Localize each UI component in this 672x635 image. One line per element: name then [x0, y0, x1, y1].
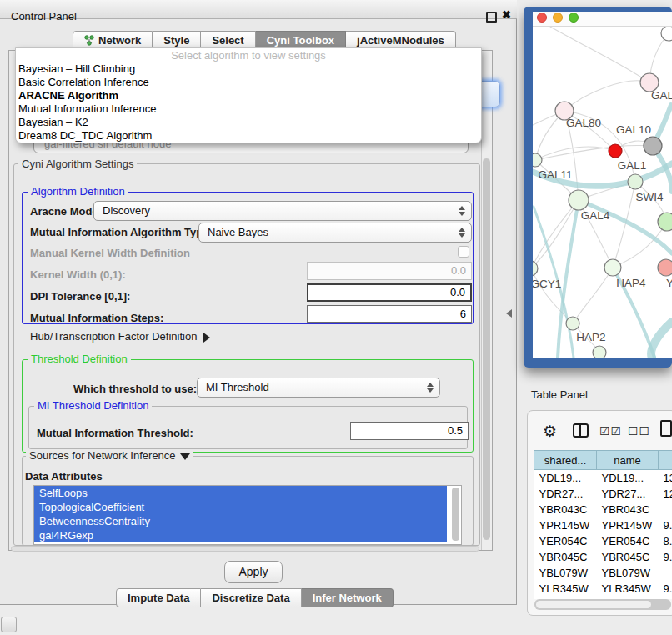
algorithm-option[interactable]: Bayesian – K2: [16, 116, 481, 129]
table-row[interactable]: YLR345WYLR345W9.: [534, 581, 672, 597]
tab-label: Cyni Toolbox: [267, 34, 334, 47]
network-graph: GALGAL80GAL10GAL11GAL1SWI4GAL4GCY1HAP4YH…: [533, 27, 672, 358]
kernel-width-field[interactable]: 0.0: [307, 262, 472, 280]
columns-icon[interactable]: [573, 423, 589, 438]
manual-kernel-checkbox[interactable]: [458, 246, 469, 258]
table-row[interactable]: YBR045CYBR045C9.: [534, 549, 672, 565]
network-node[interactable]: [533, 153, 542, 167]
network-node[interactable]: [533, 261, 538, 276]
network-node[interactable]: [569, 190, 589, 210]
sources-toggle[interactable]: Sources for Network Inference: [26, 450, 193, 461]
network-node[interactable]: [658, 212, 672, 231]
table-horizontal-scrollbar[interactable]: [534, 599, 671, 610]
table-cell: YDR27...: [534, 486, 597, 502]
kernel-width-label: Kernel Width (0,1):: [30, 268, 126, 281]
gear-icon[interactable]: ⚙: [543, 422, 557, 440]
page-icon[interactable]: [660, 420, 672, 437]
bottom-tab-discretize-data[interactable]: Discretize Data: [201, 588, 301, 608]
horizontal-scrollbar[interactable]: [11, 546, 479, 552]
table-cell: YDL19...: [597, 470, 659, 487]
node-label: GAL4: [581, 209, 610, 222]
node-label: GAL80: [566, 117, 601, 129]
column-header[interactable]: shared...: [534, 451, 597, 470]
which-threshold-label: Which threshold to use:: [73, 382, 197, 395]
aracne-mode-value: Discovery: [103, 204, 150, 217]
data-attributes-list[interactable]: SelfLoopsTopologicalCoefficientBetweenne…: [33, 485, 462, 545]
network-tab-icon: [84, 35, 94, 46]
column-header[interactable]: name: [597, 451, 659, 470]
network-node[interactable]: [609, 144, 622, 158]
bottom-tab-bar: Impute DataDiscretize DataInfer Network: [116, 588, 394, 608]
table-cell: 9.: [659, 518, 672, 533]
screenshot-root: Control Panel ✖ NetworkStyleSelectCyni T…: [0, 0, 672, 635]
network-canvas[interactable]: GALGAL80GAL10GAL11GAL1SWI4GAL4GCY1HAP4YH…: [533, 27, 672, 358]
table-cell: YBL079W: [534, 565, 597, 581]
which-threshold-value: MI Threshold: [206, 381, 269, 393]
network-node[interactable]: [658, 259, 672, 276]
table-cell: 13: [659, 470, 672, 487]
minimize-traffic-light-icon[interactable]: [553, 12, 563, 22]
table-cell: [659, 565, 672, 581]
table-row[interactable]: YPR145WYPR145W9.: [534, 518, 672, 533]
split-pane-collapse-arrow[interactable]: [506, 309, 512, 318]
table-scrollbar-thumb[interactable]: [536, 601, 651, 608]
bottom-tab-impute-data[interactable]: Impute Data: [116, 588, 201, 608]
network-node[interactable]: [628, 174, 643, 189]
aracne-mode-label: Aracne Mode:: [30, 205, 102, 218]
table-row[interactable]: YER054CYER054C8.: [534, 533, 672, 549]
network-node[interactable]: [566, 317, 579, 330]
network-node[interactable]: [593, 346, 606, 358]
zoom-traffic-light-icon[interactable]: [569, 12, 579, 22]
network-node[interactable]: [604, 259, 621, 276]
sources-title-label: Sources for Network Inference: [29, 449, 176, 462]
attribute-item[interactable]: BetweennessCentrality: [34, 514, 447, 528]
algorithm-option[interactable]: Dream8 DC_TDC Algorithm: [16, 129, 481, 142]
collapsed-panel-button[interactable]: [1, 617, 17, 632]
combo-arrows-icon: [459, 228, 464, 238]
attribute-item[interactable]: TopologicalCoefficient: [34, 500, 447, 514]
table-cell: 8.: [659, 533, 672, 549]
dpi-tolerance-field[interactable]: 0.0: [307, 283, 472, 302]
mi-threshold-field[interactable]: 0.5: [350, 422, 469, 440]
list-scrollbar-thumb[interactable]: [452, 488, 459, 541]
attribute-item[interactable]: SelfLoops: [34, 486, 447, 500]
vertical-scrollbar-thumb[interactable]: [483, 158, 490, 540]
table-cell: YER054C: [597, 533, 659, 549]
algorithm-option[interactable]: ARACNE Algorithm: [16, 89, 481, 102]
combo-arrows-icon: [459, 206, 464, 216]
hub-definition-toggle[interactable]: Hub/Transcription Factor Definition: [30, 330, 210, 342]
tab-label: Style: [163, 34, 189, 47]
node-table[interactable]: shared...nameYDL19...YDL19...13YDR27...Y…: [534, 450, 672, 599]
table-cell: YBR045C: [534, 549, 597, 565]
mi-steps-field[interactable]: 6: [307, 305, 472, 322]
table-cell: YBR043C: [534, 502, 597, 518]
select-all-icon[interactable]: ☑☑: [599, 424, 622, 438]
mi-threshold-title: MI Threshold Definition: [34, 400, 152, 411]
table-row[interactable]: YBR043CYBR043C: [534, 502, 672, 518]
float-window-icon[interactable]: [486, 12, 497, 22]
node-label: SWI4: [635, 191, 663, 203]
network-node[interactable]: [661, 27, 672, 41]
algorithm-dropdown-popup: Select algorithm to view settings Bayesi…: [15, 48, 482, 143]
which-threshold-select[interactable]: MI Threshold: [197, 378, 440, 398]
attribute-item[interactable]: gal4RGexp: [34, 528, 447, 542]
table-row[interactable]: YDR27...YDR27...12: [534, 486, 672, 502]
node-label: HAP4: [616, 277, 646, 289]
column-header[interactable]: [659, 451, 672, 470]
node-label: GAL1: [618, 159, 647, 172]
table-row[interactable]: YDL19...YDL19...13: [534, 470, 672, 487]
deselect-all-icon[interactable]: ☐☐: [628, 424, 650, 438]
network-node[interactable]: [644, 137, 662, 155]
apply-button[interactable]: Apply: [224, 561, 283, 583]
close-traffic-light-icon[interactable]: [537, 12, 547, 22]
algorithm-option[interactable]: Basic Correlation Inference: [16, 76, 481, 89]
bottom-tab-infer-network[interactable]: Infer Network: [302, 588, 394, 608]
table-row[interactable]: YBL079WYBL079W: [534, 565, 672, 581]
mi-type-select[interactable]: Naive Bayes: [198, 222, 472, 242]
algorithm-option[interactable]: Bayesian – Hill Climbing: [16, 62, 481, 76]
table-cell: 12: [659, 486, 672, 502]
aracne-mode-select[interactable]: Discovery: [93, 201, 472, 221]
algorithm-option[interactable]: Mutual Information Inference: [16, 102, 481, 116]
table-cell: YBL079W: [597, 565, 659, 581]
close-icon[interactable]: ✖: [502, 8, 511, 21]
